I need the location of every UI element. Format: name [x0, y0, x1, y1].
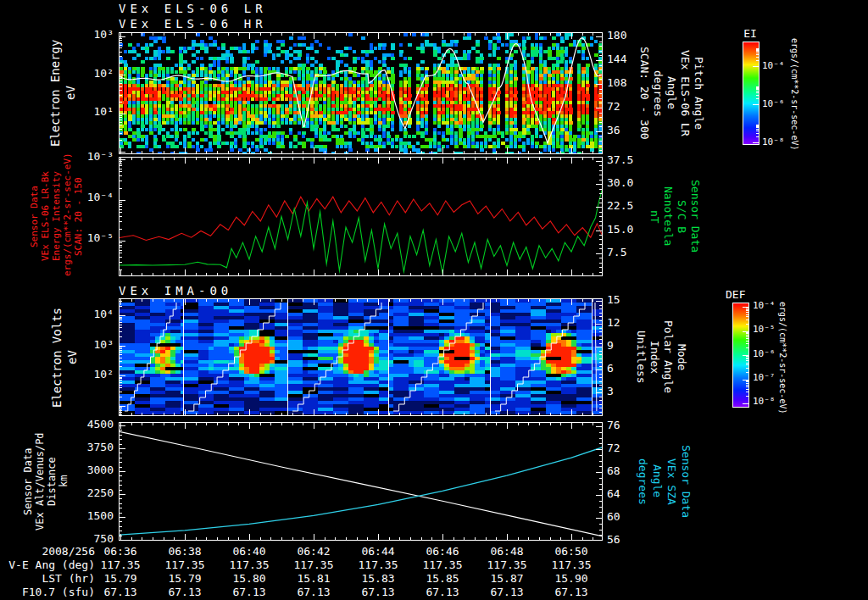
p1-right-tick: 36: [607, 125, 620, 137]
table-value: 67.13: [287, 586, 341, 599]
p4-right-tick: 56: [607, 534, 620, 547]
alt-sza-canvas: [119, 422, 603, 541]
p3-right-tick: 9: [607, 340, 614, 353]
table-value: 15.83: [351, 573, 405, 586]
table-value: 15.87: [480, 573, 534, 586]
table-value: 67.13: [544, 586, 598, 599]
p1-right-tick: 72: [607, 101, 620, 114]
p4-left-tick: 1500: [73, 510, 114, 523]
colorbar-def-tick: 10⁻⁷: [753, 373, 776, 384]
plot-screen: VEx ELS-06 LR VEx ELS-06 HR VEx IMA-00 E…: [0, 0, 868, 600]
p3-right-tick: 15: [607, 294, 620, 307]
table-value: 15.79: [93, 573, 147, 586]
time-tick: 06:38: [158, 546, 212, 558]
time-tick: 06:50: [544, 546, 598, 558]
p2-left-axis-label: Sensor Data VEx ELS-06 LR-Bk Energy Inte…: [29, 157, 84, 276]
table-value: 15.85: [415, 573, 470, 586]
p4-right-tick: 68: [607, 465, 620, 478]
table-value: 117.35: [415, 559, 470, 572]
colorbar-ei-canvas: [743, 42, 760, 145]
title-els-hr: VEx ELS-06 HR: [119, 17, 267, 31]
table-value: 67.13: [158, 586, 212, 599]
p1-right-tick: 108: [607, 77, 626, 90]
table-value: 117.35: [351, 559, 405, 572]
colorbar-ei-title: EI: [737, 28, 763, 41]
p2-left-tick: 10⁻⁴: [73, 192, 114, 204]
colorbar-def-units: ergs/(cm**2-sr-sec-eV): [776, 302, 788, 408]
p4-left-tick: 3000: [73, 464, 114, 477]
colorbar-ei-tick: 10⁻⁴: [762, 61, 785, 72]
colorbar-ei-tick: 10⁻⁸: [762, 137, 785, 148]
date-label: 2008/256: [12, 546, 95, 558]
table-value: 117.35: [222, 559, 276, 572]
els-spectrogram-canvas: [119, 32, 603, 154]
table-value: 67.13: [93, 586, 147, 599]
p4-left-tick: 2250: [73, 487, 114, 500]
p4-left-axis-label: Sensor Data VEx Alt/Venus/Pd Distance km: [22, 422, 70, 541]
colorbar-def-tick: 10⁻⁴: [753, 301, 776, 312]
p3-right-tick: 3: [607, 386, 614, 398]
p2-right-tick: 22.5: [607, 200, 633, 213]
p4-right-tick: 64: [607, 488, 620, 501]
p1-right-tick: 180: [607, 30, 626, 42]
table-value: 15.79: [158, 573, 212, 586]
table-value: 117.35: [93, 559, 147, 572]
table-row-label: F10.7 (sfu): [5, 586, 95, 599]
table-value: 67.13: [480, 586, 534, 599]
p2-left-tick: 10⁻⁵: [73, 232, 114, 245]
colorbar-def-tick: 10⁻⁶: [753, 349, 776, 360]
p2-right-axis-label: Sensor Data S/C B Nanotesla nT: [648, 157, 702, 276]
p2-right-tick: 7.5: [607, 247, 626, 259]
p1-left-tick: 10²: [76, 68, 114, 81]
table-value: 67.13: [351, 586, 405, 599]
table-value: 117.35: [544, 559, 598, 572]
p1-right-tick: 144: [607, 53, 626, 66]
table-value: 117.35: [480, 559, 534, 572]
title-els-lr: VEx ELS-06 LR: [119, 2, 267, 15]
colorbar-ei-units: ergs/(cm**2-sr-sec-eV): [788, 37, 800, 151]
p3-left-axis-label: Electron Volts eV: [49, 298, 80, 416]
colorbar-def-tick: 10⁻⁸: [753, 397, 776, 408]
colorbar-ei-tick: 10⁻⁶: [762, 99, 785, 110]
p2-right-tick: 30.0: [607, 177, 633, 190]
p2-right-tick: 37.5: [607, 154, 633, 167]
title-ima: VEx IMA-00: [119, 284, 232, 297]
p3-right-axis-label: Mode Polar Angle Index Unitless: [634, 298, 688, 416]
p1-left-tick: 10³: [76, 29, 114, 42]
time-tick: 06:46: [415, 546, 470, 558]
p3-right-tick: 6: [607, 363, 614, 375]
p1-right-axis-label: Pitch Angle VEx ELS-06 LR Angle degrees …: [637, 32, 705, 154]
p2-right-tick: 15.0: [607, 224, 633, 236]
colorbar-def-title: DEF: [726, 289, 745, 302]
p4-right-tick: 76: [607, 419, 620, 432]
time-tick: 06:44: [351, 546, 405, 558]
p2-left-tick: 10⁻³: [73, 151, 114, 164]
table-value: 15.81: [287, 573, 341, 586]
time-tick: 06:40: [222, 546, 276, 558]
p4-right-axis-label: Sensor Data VEx SZA Angle degrees: [636, 422, 693, 541]
p3-left-tick: 10⁴: [76, 308, 114, 321]
p1-left-axis-label: Electron Energy eV: [47, 32, 78, 154]
table-value: 67.13: [415, 586, 470, 599]
p4-left-tick: 3750: [73, 442, 114, 454]
p1-left-tick: 10¹: [76, 106, 114, 119]
table-value: 117.35: [287, 559, 341, 572]
p3-left-tick: 10²: [76, 369, 114, 381]
p4-right-tick: 72: [607, 442, 620, 455]
table-row-label: V-E Ang (deg): [5, 559, 95, 572]
time-tick: 06:42: [287, 546, 341, 558]
table-row-label: LST (hr): [5, 573, 95, 586]
ima-spectrogram-canvas: [119, 298, 603, 416]
p4-left-tick: 750: [73, 533, 114, 546]
colorbar-def-canvas: [732, 303, 749, 408]
table-value: 117.35: [158, 559, 212, 572]
p3-left-tick: 10³: [76, 339, 114, 352]
table-value: 15.80: [222, 573, 276, 586]
colorbar-def-tick: 10⁻⁵: [753, 325, 776, 336]
time-tick: 06:48: [480, 546, 534, 558]
p4-right-tick: 60: [607, 511, 620, 524]
time-tick: 06:36: [93, 546, 147, 558]
table-value: 67.13: [222, 586, 276, 599]
p3-right-tick: 12: [607, 317, 620, 330]
table-value: 15.90: [544, 573, 598, 586]
